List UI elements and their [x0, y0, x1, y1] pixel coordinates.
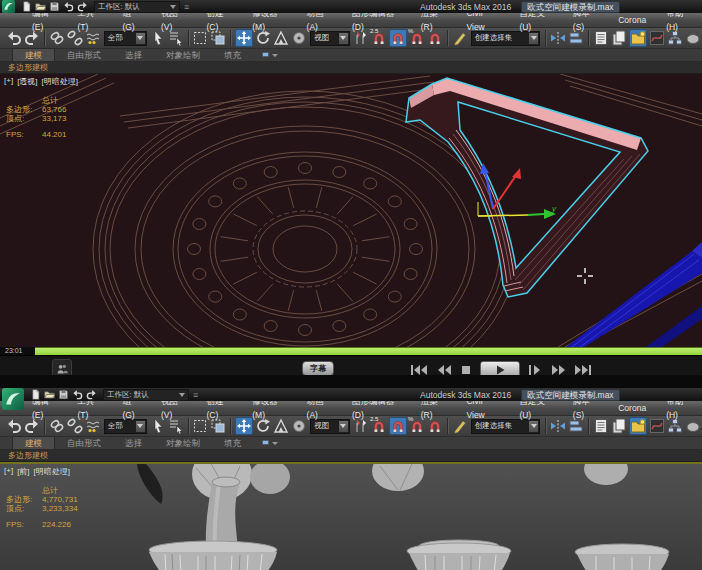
ribbon-subtab-row: 多边形建模 [0, 62, 702, 74]
workspace-selector[interactable]: 工作区: 默认 [103, 389, 189, 401]
tab-modeling[interactable]: 建模 [12, 436, 55, 449]
viewport-shading-label[interactable]: [明暗处理] [34, 466, 70, 477]
chevron-down-icon [529, 33, 538, 44]
redo-icon[interactable] [77, 1, 88, 12]
undo-scene-icon[interactable] [6, 418, 22, 434]
save-file-icon[interactable] [49, 1, 60, 12]
stats-total-label: 总计 [42, 486, 126, 495]
separator-strip [0, 375, 702, 388]
window-bottom-3dsmax: 工作区: 默认 ≡ Autodesk 3ds Max 2016 欧式空间建模录制… [0, 375, 702, 570]
subtitle-button[interactable]: 字幕 [302, 361, 334, 376]
reference-coordinate-value: 视图 [314, 33, 329, 43]
tab-object-paint[interactable]: 对象绘制 [154, 437, 212, 449]
titlebar: 工作区: 默认 ≡ Autodesk 3ds Max 2016 欧式空间建模录制… [0, 0, 702, 13]
tab-freeform[interactable]: 自由形式 [55, 49, 113, 61]
stats-vert-label: 顶点: [6, 114, 42, 123]
viewport-menu-plus[interactable]: [+] [4, 466, 13, 477]
workspace-label: 工作区: 默认 [98, 2, 140, 12]
chevron-down-icon [339, 33, 348, 44]
stats-poly-value: 63,766 [42, 105, 66, 114]
viewport-view-label[interactable]: [透视] [17, 76, 37, 87]
stage: 工作区: 默认 ≡ Autodesk 3ds Max 2016 欧式空间建模录制… [0, 0, 702, 570]
open-file-icon[interactable] [35, 1, 46, 12]
chevron-down-icon [136, 421, 145, 432]
chrome-bottom: 工作区: 默认 ≡ Autodesk 3ds Max 2016 欧式空间建模录制… [0, 388, 702, 462]
viewport-label: [+] [前] [明暗处理] [4, 466, 70, 477]
tab-selection[interactable]: 选择 [113, 437, 154, 449]
menu-corona[interactable]: Corona [608, 13, 656, 27]
save-file-icon[interactable] [58, 389, 69, 400]
chevron-down-icon [339, 421, 348, 432]
titlebar: 工作区: 默认 ≡ Autodesk 3ds Max 2016 欧式空间建模录制… [0, 388, 702, 401]
document-title: 欧式空间建模录制.max [521, 389, 619, 401]
new-file-icon[interactable] [30, 389, 41, 400]
redo-icon[interactable] [86, 389, 97, 400]
new-file-icon[interactable] [21, 1, 32, 12]
toolbar-overflow-icon[interactable]: ≡ [184, 2, 189, 12]
toolbar-overflow-icon[interactable]: ≡ [193, 390, 198, 400]
window-top-3dsmax: 工作区: 默认 ≡ Autodesk 3ds Max 2016 欧式空间建模录制… [0, 0, 702, 375]
viewport-perspective[interactable]: [+] [透视] [明暗处理] 总计 多边形:63,766 顶点:33,173 … [0, 74, 702, 347]
viewport-shading-label[interactable]: [明暗处理] [42, 76, 78, 87]
stats-poly-label: 多边形: [6, 495, 42, 504]
open-file-icon[interactable] [44, 389, 55, 400]
tab-populate[interactable]: 填充 [212, 437, 253, 449]
tab-object-paint[interactable]: 对象绘制 [154, 49, 212, 61]
ribbon-monitor-icon[interactable] [261, 439, 270, 447]
people-icon [56, 363, 69, 375]
tab-freeform[interactable]: 自由形式 [55, 437, 113, 449]
chevron-down-icon [179, 393, 185, 397]
viewport-label: [+] [透视] [明暗处理] [4, 76, 78, 87]
named-selection-set-value: 创建选择集 [475, 33, 513, 43]
scene-explorer-button[interactable] [629, 29, 647, 47]
menubar: 编辑(E) 工具(T) 组(G) 视图(V) 创建(C) 修改器(M) 动画(A… [0, 13, 702, 27]
subtab-polygon-modeling[interactable]: 多边形建模 [0, 62, 56, 73]
stats-fps-value: 224.226 [42, 520, 71, 529]
max-logo-app-menu[interactable] [2, 388, 26, 401]
stats-total-label: 总计 [42, 96, 126, 105]
tab-modeling[interactable]: 建模 [12, 48, 55, 61]
gizmo-y-axis-label: y [552, 204, 556, 213]
ribbon-tabs: 建模 自由形式 选择 对象绘制 填充 [0, 49, 702, 62]
chrome-top: 工作区: 默认 ≡ Autodesk 3ds Max 2016 欧式空间建模录制… [0, 0, 702, 74]
viewport-menu-plus[interactable]: [+] [4, 76, 13, 87]
selection-filter-value: 全部 [108, 33, 123, 43]
undo-icon[interactable] [63, 1, 74, 12]
workspace-selector[interactable]: 工作区: 默认 [94, 1, 180, 13]
stats-poly-label: 多边形: [6, 105, 42, 114]
ribbon-monitor-icon[interactable] [261, 51, 270, 59]
window-title: Autodesk 3ds Max 2016 欧式空间建模录制.max [420, 0, 620, 13]
video-timestamp: 23:01 [0, 347, 35, 355]
tab-populate[interactable]: 填充 [212, 49, 253, 61]
duplicate-sheets-icon[interactable] [611, 30, 627, 46]
duplicate-sheets-icon[interactable] [611, 418, 627, 434]
quick-access-toolbar [30, 389, 97, 400]
chevron-down-icon[interactable] [272, 54, 278, 57]
stats-vert-value: 33,173 [42, 114, 66, 123]
quick-access-toolbar [21, 1, 88, 12]
named-selection-set-value: 创建选择集 [475, 421, 513, 431]
document-title: 欧式空间建模录制.max [521, 1, 619, 13]
video-progress-row: 23:01 [0, 347, 702, 355]
video-progress-bar[interactable] [35, 347, 702, 355]
scene-explorer-button[interactable] [629, 417, 647, 435]
stats-vert-label: 顶点: [6, 504, 42, 513]
tab-selection[interactable]: 选择 [113, 49, 154, 61]
chevron-down-icon [529, 421, 538, 432]
workspace-label: 工作区: 默认 [107, 390, 149, 400]
chevron-down-icon [170, 5, 176, 9]
stats-vert-value: 3,233,334 [42, 504, 78, 513]
app-title: Autodesk 3ds Max 2016 [420, 2, 511, 12]
menu-corona[interactable]: Corona [608, 401, 656, 415]
viewport-view-label[interactable]: [前] [17, 466, 29, 477]
subtab-polygon-modeling[interactable]: 多边形建模 [0, 450, 56, 461]
chevron-down-icon [136, 33, 145, 44]
window-title: Autodesk 3ds Max 2016 欧式空间建模录制.max [420, 388, 620, 401]
undo-scene-icon[interactable] [6, 30, 22, 46]
chevron-down-icon[interactable] [272, 442, 278, 445]
viewport-front[interactable]: [+] [前] [明暗处理] 总计 多边形:4,770,731 顶点:3,233… [0, 462, 702, 570]
viewport-statistics: 总计 多边形:63,766 顶点:33,173 FPS:44.201 [6, 96, 126, 139]
app-title: Autodesk 3ds Max 2016 [420, 390, 511, 400]
max-logo-app-menu[interactable] [2, 0, 17, 13]
undo-icon[interactable] [72, 389, 83, 400]
